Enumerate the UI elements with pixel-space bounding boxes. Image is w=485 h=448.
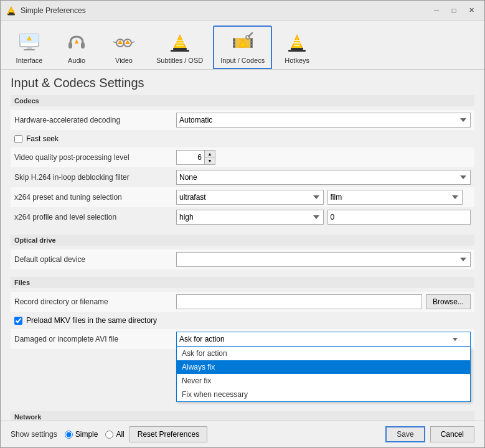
audio-icon [64,30,89,55]
files-section: Files Record directory or filename Brows… [11,277,474,349]
default-device-row: Default optical device [11,250,474,269]
window-title: Simple Preferences [21,6,428,15]
close-button[interactable]: ✕ [463,4,479,17]
dropdown-caret-icon [453,338,458,341]
simple-radio[interactable] [65,431,73,439]
x264-profile-row: x264 profile and level selection high ba… [11,207,474,227]
all-radio-text: All [116,430,124,439]
spinner-up-button[interactable]: ▲ [205,151,215,157]
dropdown-item-always[interactable]: Always fix [177,360,470,374]
damaged-avi-dropdown[interactable]: Ask for action Ask for action Always fix… [176,332,471,347]
svg-rect-11 [81,42,85,49]
subtitles-icon [167,30,192,55]
spinner-buttons: ▲ ▼ [204,151,215,164]
input-icon [230,30,255,55]
default-device-select[interactable] [176,252,471,267]
svg-rect-10 [68,42,72,49]
x264-tune-select[interactable]: film animation grain stillimage psnr ssi… [327,190,463,205]
svg-marker-21 [174,35,186,48]
all-radio-label[interactable]: All [105,430,124,439]
x264-preset-label: x264 preset and tuning selection [14,193,176,202]
tab-hotkeys[interactable]: Hotkeys [275,26,319,69]
tab-audio[interactable]: Audio [54,26,99,69]
x264-level-input[interactable] [327,210,471,225]
fast-seek-checkbox[interactable] [14,135,22,143]
svg-rect-6 [27,47,32,49]
video-icon [111,30,136,55]
x264-profile-control: high baseline main high10 high422 high44… [176,210,471,225]
svg-rect-34 [251,42,252,44]
x264-preset-select[interactable]: ultrafast superfast veryfast faster fast… [176,190,324,205]
interface-icon [17,30,42,55]
damaged-avi-label: Damaged or incomplete AVI file [14,335,176,343]
default-device-label: Default optical device [14,255,176,264]
skip-h264-select[interactable]: None Non-ref Bidir Non-key All [176,170,471,185]
radio-group: Simple All [65,430,125,439]
tab-interface[interactable]: Interface [7,26,52,69]
app-icon [6,5,17,16]
svg-marker-41 [292,35,302,48]
all-radio[interactable] [105,431,113,439]
svg-rect-43 [288,50,306,52]
tab-video[interactable]: Video [101,26,146,69]
svg-rect-33 [251,39,252,41]
tab-subtitles-label: Subtitles / OSD [156,57,203,64]
dropdown-item-ask[interactable]: Ask for action [177,347,470,360]
svg-rect-30 [233,39,235,41]
settings-scroll[interactable]: Codecs Hardware-accelerated decoding Aut… [1,95,484,421]
minimize-button[interactable]: ─ [428,4,445,17]
x264-preset-row: x264 preset and tuning selection ultrafa… [11,187,474,207]
cancel-button[interactable]: Cancel [430,426,474,442]
skip-h264-row: Skip H.264 in-loop deblocking filter Non… [11,167,474,187]
dropdown-item-fix-when[interactable]: Fix when necessary [177,388,470,401]
damaged-avi-list: Ask for action Always fix Never fix Fix … [176,347,471,402]
hardware-decoding-select[interactable]: Automatic DirectX 11 (D3D11) DirectX 9 (… [176,113,471,128]
tab-video-label: Video [115,57,133,64]
damaged-avi-value: Ask for action [179,335,225,343]
reset-button[interactable]: Reset Preferences [129,426,207,442]
svg-marker-18 [118,40,123,44]
damaged-avi-header[interactable]: Ask for action [176,332,471,347]
tab-subtitles[interactable]: Subtitles / OSD [149,26,210,69]
tab-audio-label: Audio [68,57,85,64]
browse-button[interactable]: Browse... [426,294,471,309]
simple-radio-label[interactable]: Simple [65,430,98,439]
maximize-button[interactable]: □ [446,4,462,17]
optical-section: Optical drive Default optical device [11,235,474,269]
svg-marker-12 [75,39,78,44]
skip-h264-control: None Non-ref Bidir Non-key All [176,170,471,185]
x264-profile-select[interactable]: high baseline main high10 high422 high44… [176,210,324,225]
video-quality-spinner: ▲ ▼ [176,150,215,165]
spinner-down-button[interactable]: ▼ [205,157,215,164]
x264-profile-label: x264 profile and level selection [14,213,176,222]
svg-rect-23 [171,50,189,52]
video-quality-row: Video quality post-processing level ▲ ▼ [11,147,474,167]
preload-mkv-checkbox[interactable] [14,317,22,325]
fast-seek-row: Fast seek [11,130,474,147]
content-area: Input & Codecs Settings Codecs Hardware-… [1,70,484,421]
record-dir-control: Browse... [176,294,471,309]
tab-input[interactable]: Input / Codecs [213,26,272,69]
optical-header: Optical drive [11,235,474,246]
video-quality-input[interactable] [177,151,204,164]
hotkeys-icon [285,30,309,55]
settings-container: Codecs Hardware-accelerated decoding Aut… [1,95,484,421]
svg-rect-32 [233,45,235,47]
skip-h264-label: Skip H.264 in-loop deblocking filter [14,173,176,182]
dropdown-item-never[interactable]: Never fix [177,374,470,388]
fast-seek-label: Fast seek [26,134,59,143]
network-section: Network Default caching policy [11,411,474,421]
svg-rect-31 [233,42,235,44]
tab-input-label: Input / Codecs [220,57,265,64]
tab-hotkeys-label: Hotkeys [285,57,309,64]
video-quality-label: Video quality post-processing level [14,153,176,162]
settings-scroll-area: Codecs Hardware-accelerated decoding Aut… [1,95,484,421]
hardware-decoding-control: Automatic DirectX 11 (D3D11) DirectX 9 (… [176,113,471,128]
tab-interface-label: Interface [16,57,43,64]
window-controls: ─ □ ✕ [428,4,479,17]
save-button[interactable]: Save [385,426,425,442]
record-dir-label: Record directory or filename [14,297,176,306]
record-dir-input[interactable] [176,294,422,309]
svg-marker-19 [125,40,130,44]
video-quality-control: ▲ ▼ [176,150,471,165]
